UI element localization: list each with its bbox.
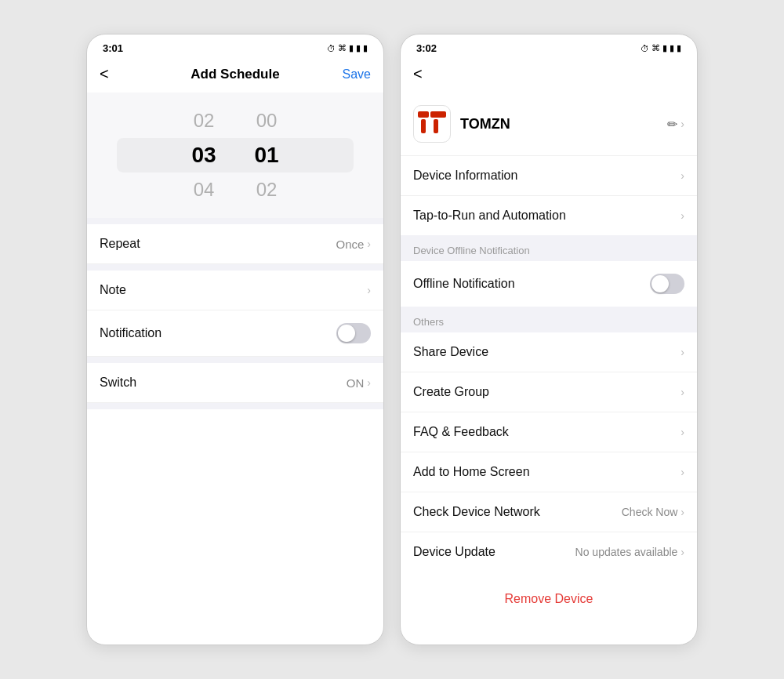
time-picker[interactable]: 02 03 04 00 01 02 — [87, 93, 383, 218]
svg-rect-2 — [421, 119, 426, 133]
add-home-screen-value: › — [681, 466, 684, 478]
device-information-chevron: › — [681, 169, 684, 182]
repeat-chevron: › — [367, 238, 371, 250]
check-network-chevron: › — [681, 506, 684, 518]
status-time-right: 3:02 — [416, 42, 437, 54]
phone-right: 3:02 ⏱ ⌘ ▮ ▮ ▮ < — [400, 34, 698, 645]
remove-device-button[interactable]: Remove Device — [401, 578, 697, 620]
share-device-row[interactable]: Share Device › — [401, 332, 697, 372]
device-information-label: Device Information — [413, 169, 517, 183]
create-group-row[interactable]: Create Group › — [401, 372, 697, 412]
tap-to-run-value: › — [681, 209, 684, 222]
device-information-value: › — [681, 169, 684, 182]
phone-left: 3:01 ⏱ ⌘ ▮ ▮ ▮ < Add Schedule Save 02 03… — [86, 34, 384, 645]
device-information-row[interactable]: Device Information › — [401, 156, 697, 196]
section-device-info: Device Information › Tap-to-Run and Auto… — [401, 156, 697, 235]
note-row[interactable]: Note › — [87, 271, 383, 310]
back-button-right[interactable]: < — [413, 65, 437, 83]
divider-3 — [87, 357, 383, 363]
page-title-left: Add Schedule — [191, 67, 279, 82]
notification-row: Notification — [87, 310, 383, 357]
notification-label: Notification — [100, 326, 162, 340]
hour-column[interactable]: 02 03 04 — [172, 103, 235, 207]
tap-to-run-chevron: › — [681, 209, 684, 222]
offline-section-header: Device Offline Notification — [401, 235, 697, 261]
tap-to-run-label: Tap-to-Run and Automation — [413, 209, 566, 223]
alarm-icon: ⏱ — [327, 44, 336, 53]
repeat-label: Repeat — [100, 237, 140, 251]
device-update-value: No updates available › — [575, 546, 684, 558]
check-network-label: Check Device Network — [413, 505, 540, 519]
device-update-text: No updates available — [575, 546, 678, 558]
signal-icon-r1: ▮ — [662, 43, 667, 53]
tomzn-logo-text — [418, 111, 446, 137]
repeat-row[interactable]: Repeat Once › — [87, 224, 383, 264]
edit-icon[interactable]: ✏ — [667, 117, 677, 132]
device-info-header: TOMZN ✏ › — [401, 93, 697, 156]
alarm-icon-r: ⏱ — [641, 44, 649, 53]
minute-current: 01 — [254, 138, 278, 172]
back-button-left[interactable]: < — [100, 65, 123, 83]
section-others: Others Share Device › Create Group › FAQ… — [401, 307, 697, 572]
svg-rect-3 — [434, 119, 438, 133]
svg-rect-0 — [418, 111, 429, 118]
minute-column[interactable]: 00 01 02 — [235, 103, 298, 207]
share-device-chevron: › — [681, 346, 684, 358]
faq-feedback-chevron: › — [681, 426, 684, 438]
battery-icon-r: ▮ — [677, 43, 681, 53]
hour-prev: 02 — [194, 103, 215, 138]
notification-toggle[interactable] — [336, 323, 371, 343]
check-network-row[interactable]: Check Device Network Check Now › — [401, 492, 697, 532]
hour-next: 04 — [194, 172, 215, 207]
switch-value-text: ON — [347, 376, 365, 390]
create-group-chevron: › — [681, 386, 684, 398]
schedule-header: < Add Schedule Save — [87, 59, 383, 93]
repeat-value: Once › — [336, 238, 371, 251]
others-items: Share Device › Create Group › FAQ & Feed… — [401, 332, 697, 572]
save-button[interactable]: Save — [343, 67, 371, 82]
switch-row[interactable]: Switch ON › — [87, 363, 383, 403]
tap-to-run-row[interactable]: Tap-to-Run and Automation › — [401, 196, 697, 235]
status-time-left: 3:01 — [103, 42, 123, 54]
create-group-value: › — [681, 386, 684, 398]
switch-chevron: › — [367, 376, 371, 389]
offline-notification-label: Offline Notification — [413, 277, 515, 291]
divider-1 — [87, 218, 383, 224]
repeat-value-text: Once — [336, 238, 364, 251]
device-update-row[interactable]: Device Update No updates available › — [401, 532, 697, 572]
device-page-header: < — [401, 59, 697, 93]
add-home-screen-row[interactable]: Add to Home Screen › — [401, 452, 697, 492]
status-bar-left: 3:01 ⏱ ⌘ ▮ ▮ ▮ — [87, 34, 383, 59]
minute-next: 02 — [256, 172, 278, 207]
offline-notification-toggle[interactable] — [650, 274, 684, 294]
faq-feedback-row[interactable]: FAQ & Feedback › — [401, 412, 697, 452]
device-update-chevron: › — [681, 546, 684, 558]
wifi-icon-r: ⌘ — [652, 43, 660, 53]
offline-notification-row: Offline Notification — [401, 261, 697, 307]
share-device-label: Share Device — [413, 345, 488, 359]
create-group-label: Create Group — [413, 385, 489, 399]
svg-rect-1 — [430, 111, 446, 118]
check-network-value: Check Now › — [622, 506, 684, 518]
note-chevron: › — [367, 284, 371, 296]
note-value: › — [367, 284, 371, 296]
add-home-screen-label: Add to Home Screen — [413, 465, 530, 479]
wifi-icon: ⌘ — [338, 43, 347, 53]
device-logo — [413, 105, 451, 143]
signal-icon-r2: ▮ — [670, 43, 674, 53]
device-name-text: TOMZN — [460, 116, 667, 133]
signal-icon-1: ▮ — [349, 43, 354, 53]
schedule-settings: Repeat Once › Note › Notification — [87, 218, 383, 409]
others-section-header: Others — [401, 307, 697, 332]
battery-icon: ▮ — [363, 43, 368, 53]
note-label: Note — [100, 283, 126, 297]
device-header-chevron: › — [681, 118, 684, 130]
share-device-value: › — [681, 346, 684, 358]
faq-feedback-value: › — [681, 426, 684, 438]
divider-4 — [87, 403, 383, 409]
status-icons-right: ⏱ ⌘ ▮ ▮ ▮ — [641, 43, 681, 53]
add-home-screen-chevron: › — [681, 466, 684, 478]
device-update-label: Device Update — [413, 545, 495, 559]
status-icons-left: ⏱ ⌘ ▮ ▮ ▮ — [327, 43, 368, 53]
signal-icon-2: ▮ — [356, 43, 361, 53]
